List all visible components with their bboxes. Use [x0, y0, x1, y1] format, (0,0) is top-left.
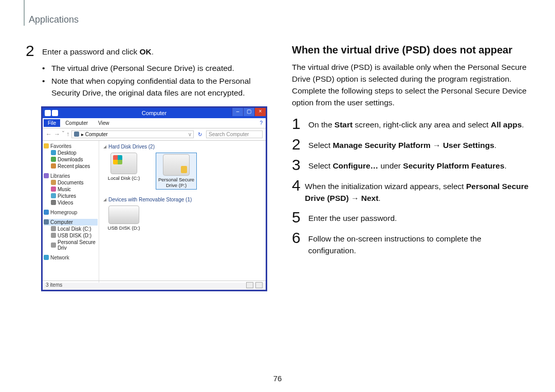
page-number: 76: [273, 374, 282, 383]
computer-tab[interactable]: Computer: [60, 119, 93, 127]
step-4: 4 When the initialization wizard appears…: [292, 178, 529, 204]
music-icon: [51, 186, 56, 192]
breadcrumb-text: ▸ Computer: [81, 132, 108, 137]
maximize-button[interactable]: ▢: [243, 108, 254, 116]
category-removable[interactable]: Devices with Removable Storage (1): [103, 197, 262, 202]
b: Manage Security Platform: [332, 141, 430, 150]
tree-head-homegroup[interactable]: Homegroup: [44, 209, 98, 216]
step-text: Select Configure… under Security Platfor…: [308, 157, 507, 173]
drive-personal-secure[interactable]: Personal Secure Drive (P:): [156, 153, 197, 190]
breadcrumb-dropdown[interactable]: v: [189, 132, 191, 137]
bullet-text: Note that when copying confidential data…: [51, 76, 267, 99]
label: USB DISK (D:): [58, 233, 91, 238]
t: On the: [308, 120, 335, 129]
step-number: 2: [292, 137, 305, 152]
tree-head-libraries[interactable]: Libraries: [44, 173, 98, 179]
window-titlebar: Computer – ▢ ×: [43, 108, 266, 118]
refresh-button[interactable]: ↻: [196, 132, 204, 137]
label: Videos: [58, 200, 73, 206]
drive-label: USB DISK (D:): [103, 225, 144, 231]
tree-item-local-disk[interactable]: Local Disk (C:): [44, 226, 98, 232]
label: Local Disk (C:): [58, 226, 91, 232]
label: Computer: [50, 219, 73, 225]
documents-icon: [51, 180, 56, 185]
left-column: 2 Enter a password and click OK. • The v…: [26, 43, 267, 291]
tree-item-downloads[interactable]: Downloads: [44, 156, 98, 163]
view-tab[interactable]: View: [93, 119, 115, 127]
label: Network: [50, 255, 69, 260]
desktop-icon: [51, 150, 56, 155]
ribbon-tabs: File Computer View ?: [43, 118, 266, 128]
tree-item-music[interactable]: Music: [44, 186, 98, 193]
tree-item-recent[interactable]: Recent places: [44, 163, 98, 170]
tree-head-computer[interactable]: Computer: [44, 219, 98, 226]
downloads-icon: [51, 157, 56, 162]
t: .: [522, 120, 524, 129]
status-bar: 3 items: [43, 281, 266, 290]
minimize-button[interactable]: –: [232, 108, 243, 116]
pictures-icon: [51, 193, 56, 198]
text: Enter a password and click: [42, 47, 140, 56]
tree-item-pictures[interactable]: Pictures: [44, 193, 98, 199]
bold-ok: OK: [140, 47, 152, 56]
step-text: Enter a password and click OK.: [42, 43, 154, 59]
tree-item-videos[interactable]: Videos: [44, 199, 98, 206]
libraries-icon: [44, 173, 49, 178]
step-text: On the Start screen, right-click any are…: [308, 116, 524, 132]
bullet-dot: •: [42, 63, 51, 74]
window-controls: – ▢ ×: [232, 108, 266, 116]
breadcrumb-bar[interactable]: ▸ Computer v: [71, 130, 194, 138]
t: .: [494, 141, 496, 150]
tree-item-usb-disk[interactable]: USB DISK (D:): [44, 232, 98, 239]
step-number: 3: [292, 157, 305, 173]
drive-local-disk-c[interactable]: Local Disk (C:): [103, 153, 144, 190]
forward-button[interactable]: →: [54, 130, 60, 138]
bullet-item: • The virtual drive (Personal Secure Dri…: [42, 63, 267, 74]
tree-item-psd[interactable]: Personal Secure Driv: [44, 239, 98, 251]
b: Security Platform Features: [403, 161, 504, 170]
search-box[interactable]: Search Computer: [206, 130, 263, 138]
dropdown-icon[interactable]: ˇ: [62, 130, 64, 138]
label: Libraries: [50, 173, 70, 179]
tree-item-desktop[interactable]: Desktop: [44, 150, 98, 156]
videos-icon: [51, 200, 56, 205]
network-icon: [44, 255, 49, 260]
t: .: [378, 194, 380, 202]
step-number: 6: [292, 230, 305, 257]
up-button[interactable]: ↑: [66, 130, 69, 138]
close-button[interactable]: ×: [254, 108, 266, 116]
tree-homegroup: Homegroup: [44, 209, 98, 216]
file-tab[interactable]: File: [44, 119, 60, 127]
tree-network: Network: [44, 254, 98, 261]
bullet-dot: •: [42, 76, 51, 99]
label: Documents: [58, 180, 84, 185]
explorer-body: Favorites Desktop Downloads Recent place…: [43, 141, 266, 283]
intro-paragraph: The virtual drive (PSD) is available onl…: [292, 62, 529, 109]
main-pane: Hard Disk Drives (2) Local Disk (C:) Per…: [99, 141, 266, 283]
category-hard-disks[interactable]: Hard Disk Drives (2): [103, 144, 262, 150]
label: Favorites: [50, 143, 71, 149]
label: Music: [58, 186, 71, 192]
step-text: Select Manage Security Platform → User S…: [308, 137, 496, 152]
tree-head-network[interactable]: Network: [44, 254, 98, 261]
step-number: 1: [292, 116, 305, 132]
recent-icon: [51, 163, 56, 169]
view-details-button[interactable]: [246, 282, 253, 288]
label: Recent places: [58, 163, 90, 169]
drive-usb-d[interactable]: USB DISK (D:): [103, 206, 144, 231]
help-icon[interactable]: ?: [260, 120, 266, 126]
removable-row: USB DISK (D:): [103, 206, 262, 231]
drive-icon: [51, 226, 56, 231]
drive-icon: [51, 242, 56, 248]
explorer-icon: [45, 110, 51, 116]
drive-icon: [110, 153, 137, 174]
tree-head-favorites[interactable]: Favorites: [44, 143, 98, 150]
view-icons-button[interactable]: [255, 282, 263, 288]
status-item-count: 3 items: [46, 282, 62, 289]
homegroup-icon: [44, 210, 49, 215]
b: Start: [335, 120, 353, 129]
drive-icon: [51, 233, 56, 238]
page: Applications 2 Enter a password and clic…: [0, 0, 555, 392]
tree-item-documents[interactable]: Documents: [44, 179, 98, 186]
back-button[interactable]: ←: [46, 130, 52, 138]
